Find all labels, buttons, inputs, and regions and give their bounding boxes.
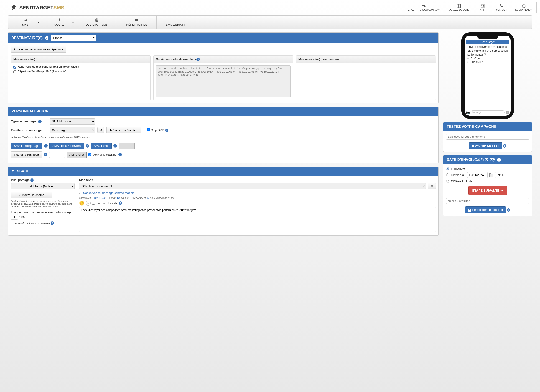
phone-preview: SendTarget Envie d'envoyer des campagnes…: [461, 32, 514, 119]
deferred-time-input[interactable]: [495, 172, 507, 178]
draft-name-input[interactable]: [446, 198, 529, 204]
repo-checkbox-2[interactable]: [13, 70, 16, 73]
info-icon[interactable]: i: [196, 58, 200, 61]
info-icon[interactable]: i: [507, 208, 510, 212]
lock-length-label: Verrouiller la longueur minimum: [15, 222, 50, 224]
upload-repertoire-button[interactable]: ↻ Téléchargez un nouveau répertoire: [11, 46, 66, 53]
sms-event-button[interactable]: SMS Event: [91, 142, 112, 149]
info-icon[interactable]: i: [50, 221, 54, 225]
test-header: TESTEZ VOTRE CAMPAGNE: [444, 122, 532, 131]
type-label: Type de campagne i: [11, 120, 47, 123]
send-test-button[interactable]: ENVOYER LE TEST: [469, 142, 502, 149]
deferred-date-input[interactable]: [467, 172, 488, 178]
max-sms-input[interactable]: [11, 214, 18, 220]
power-icon: [522, 4, 526, 8]
deferred-radio[interactable]: [446, 173, 449, 176]
info-icon[interactable]: i: [86, 144, 89, 147]
emitter-warning: ▲ La modification de l'émetteur est inco…: [11, 136, 436, 138]
rental-header: Mes répertoire(s) en location: [296, 55, 435, 63]
chevron-down-icon: ▾: [38, 21, 39, 23]
short-link-display: url2.fr/?grsx: [67, 152, 87, 158]
delete-template-button[interactable]: 🗑: [428, 183, 436, 189]
next-step-button[interactable]: ETAPE SUIVANTE ➜: [468, 186, 507, 195]
save-template-checkbox[interactable]: [79, 191, 82, 194]
repo-label-1[interactable]: Répertoire de test SendTargetSMS (5 cont…: [18, 65, 79, 68]
send-arrow-icon: ↑: [506, 111, 509, 114]
info-icon[interactable]: i: [119, 201, 122, 205]
multiple-radio[interactable]: [446, 180, 449, 183]
svg-point-0: [422, 5, 424, 6]
unicode-checkbox[interactable]: [92, 202, 95, 205]
info-icon[interactable]: i: [44, 144, 48, 147]
pub-helper: La donnée entre crochet est ajoutée dans…: [11, 200, 75, 208]
calendar-icon[interactable]: [490, 173, 493, 177]
campaign-type-select[interactable]: SMS Marketing: [50, 118, 95, 125]
pub-field-select[interactable]: Mobile => [Mobile]: [11, 183, 75, 189]
nav-repertoires[interactable]: RÉPERTOIRES: [117, 16, 157, 29]
immediate-radio[interactable]: [446, 167, 449, 170]
phone-message: Envie d'envoyer des campagnes SMS market…: [466, 44, 509, 65]
mic-icon: [57, 18, 61, 22]
camera-icon: 📷: [466, 111, 470, 114]
max-length-row: Longueur max du message avec publipostag…: [11, 211, 75, 220]
info-icon[interactable]: i: [113, 144, 117, 147]
insert-short-link-button[interactable]: Insérer le lien court: [11, 151, 42, 158]
wand-icon: [174, 18, 178, 22]
info-icon[interactable]: i: [45, 36, 49, 40]
emoji-smile-btn[interactable]: 😊: [79, 201, 84, 206]
info-icon[interactable]: i: [165, 129, 169, 132]
stop-sms-label: Stop SMS: [151, 128, 164, 132]
top-dashboard[interactable]: TABLEAU DE BORD: [444, 2, 474, 13]
save-icon: [468, 209, 471, 212]
lock-length-checkbox[interactable]: [11, 221, 14, 224]
my-text-label: Mon texte: [79, 178, 436, 182]
immediate-label: Immédiate: [451, 167, 465, 170]
emoji-neutral-btn[interactable]: ☺: [86, 201, 91, 206]
add-emitter-button[interactable]: ⊕ Ajouter un émetteur: [106, 127, 141, 133]
tracking-checkbox[interactable]: [88, 153, 91, 156]
top-logout[interactable]: DÉCONNEXION: [511, 2, 536, 13]
save-template-link[interactable]: Conserver ce message comme modèle: [83, 191, 135, 195]
emitter-select[interactable]: SendTarget: [50, 127, 95, 133]
info-icon[interactable]: i: [503, 144, 506, 147]
stop-sms-checkbox[interactable]: [147, 128, 150, 131]
info-icon[interactable]: i: [497, 158, 501, 162]
test-phone-input[interactable]: [446, 134, 529, 140]
chevron-down-icon: ▾: [484, 9, 485, 11]
clear-emitter-button[interactable]: ✕: [97, 127, 104, 133]
top-contact[interactable]: CONTACT: [492, 2, 511, 13]
message-textarea[interactable]: [79, 207, 436, 232]
nav-sms[interactable]: SMS▾: [8, 16, 42, 29]
msg-header: MESSAGE: [8, 167, 439, 176]
chat-icon: [23, 18, 27, 22]
info-icon[interactable]: i: [44, 153, 47, 156]
event-disabled-box: [119, 143, 135, 149]
top-company[interactable]: 33760 - THE YOLO COMPANY: [404, 2, 444, 13]
svg-point-8: [95, 18, 98, 20]
nav-vocal[interactable]: VOCAL▾: [42, 16, 76, 29]
repo-label-2[interactable]: Répertoire SendTargetSMS (2 contacts): [18, 70, 66, 73]
dest-header: DESTINATAIRE(S) i France: [8, 33, 439, 43]
save-draft-button[interactable]: Enregistrer en brouillon: [465, 206, 506, 213]
info-icon[interactable]: i: [38, 120, 42, 123]
liens-preview-button[interactable]: SMS Liens & Preview: [49, 142, 84, 149]
nav-enrichi[interactable]: SMS ENRICHI: [157, 16, 195, 29]
phone-input-placeholder: Message: [471, 111, 505, 114]
top-api[interactable]: API ▾: [474, 2, 492, 13]
nav-location[interactable]: LOCATION SMS: [76, 16, 117, 29]
folder-icon: [135, 18, 139, 22]
manual-numbers-textarea[interactable]: [156, 65, 291, 97]
my-repos-header: Mes répertoire(s): [11, 55, 150, 63]
unicode-label: Format Unicode: [96, 201, 117, 205]
template-select[interactable]: Sélectionnez un modèle: [79, 183, 426, 189]
info-icon[interactable]: i: [30, 178, 34, 182]
landing-page-button[interactable]: SMS Landing Page: [11, 142, 42, 149]
short-link-input[interactable]: [49, 152, 65, 158]
insert-field-button[interactable]: ☑ Insérer le champ: [11, 192, 52, 198]
perso-header: PERSONNALISATION: [8, 107, 439, 116]
repo-checkbox-1[interactable]: [13, 65, 16, 69]
char-counter: caractères : 107 / 160 ( dont 12 pour le…: [79, 196, 436, 199]
info-icon[interactable]: i: [118, 153, 122, 156]
emitter-label: Emetteur du message: [11, 128, 47, 132]
country-select[interactable]: France: [51, 35, 96, 41]
